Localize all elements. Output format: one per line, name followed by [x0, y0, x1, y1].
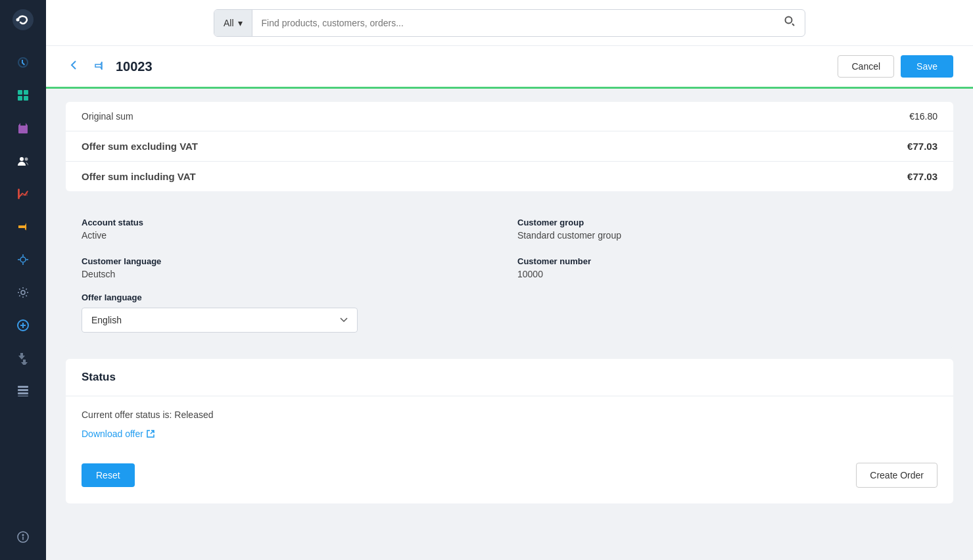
offer-language-label: Offer language: [82, 292, 937, 302]
sidebar-item-settings[interactable]: [9, 278, 37, 307]
sidebar-item-reports[interactable]: [9, 179, 37, 208]
customer-group-value: Standard customer group: [517, 230, 937, 241]
original-sum-label: Original sum: [82, 111, 133, 122]
topbar: All ▾: [46, 0, 973, 46]
sidebar-item-plugins[interactable]: [9, 344, 37, 373]
back-button[interactable]: [66, 57, 83, 77]
account-status-value: Active: [82, 230, 502, 241]
sidebar-item-integrations[interactable]: [9, 245, 37, 274]
sidebar-item-marketing[interactable]: [9, 212, 37, 241]
search-all-label: All: [224, 18, 234, 28]
header-actions: Cancel Save: [838, 55, 953, 78]
search-all-button[interactable]: All ▾: [214, 10, 252, 36]
sidebar-item-help[interactable]: [9, 523, 37, 551]
customer-number-value: 10000: [517, 269, 937, 279]
svg-point-17: [786, 17, 792, 24]
svg-rect-4: [18, 96, 22, 101]
language-select-wrapper: English Deutsch Français Español: [82, 308, 358, 333]
search-submit-button[interactable]: [774, 15, 805, 30]
summary-row-incl-vat: Offer sum including VAT €77.03: [66, 162, 953, 191]
account-status-field: Account status Active: [82, 218, 502, 241]
offer-language-section: Offer language English Deutsch Français …: [82, 292, 937, 333]
external-link-icon: [146, 429, 155, 438]
sidebar-item-add[interactable]: [9, 311, 37, 340]
download-link-text: Download offer: [82, 429, 143, 439]
status-card: Status Current offer status is: Released…: [66, 359, 953, 503]
svg-point-1: [16, 18, 20, 22]
save-button[interactable]: Save: [901, 55, 953, 78]
page-header-left: 10023: [66, 57, 153, 77]
sidebar-item-dashboard[interactable]: [9, 48, 37, 77]
status-title: Status: [82, 371, 116, 383]
app-logo[interactable]: [10, 7, 36, 33]
customer-info-section: Account status Active Customer group Sta…: [66, 202, 953, 348]
status-actions: Reset Create Order: [82, 463, 937, 488]
incl-vat-value: €77.03: [907, 171, 937, 182]
sidebar: [0, 0, 46, 560]
customer-number-field: Customer number 10000: [517, 256, 937, 279]
create-order-button[interactable]: Create Order: [856, 463, 937, 488]
sidebar-item-products[interactable]: [9, 81, 37, 110]
customer-info-card: Account status Active Customer group Sta…: [66, 202, 953, 348]
customer-language-value: Deutsch: [82, 269, 502, 279]
status-body: Current offer status is: Released Downlo…: [66, 396, 953, 503]
customer-number-label: Customer number: [517, 256, 937, 266]
search-input[interactable]: [252, 10, 774, 36]
svg-rect-13: [18, 392, 28, 394]
search-chevron-icon: ▾: [238, 18, 243, 28]
svg-rect-2: [18, 90, 22, 95]
summary-card: Original sum €16.80 Offer sum excluding …: [66, 102, 953, 191]
svg-rect-12: [18, 389, 28, 391]
account-status-label: Account status: [82, 218, 502, 227]
page-title: 10023: [116, 59, 153, 74]
incl-vat-label: Offer sum including VAT: [82, 171, 196, 182]
svg-rect-5: [24, 96, 28, 101]
customer-group-label: Customer group: [517, 218, 937, 227]
sidebar-item-grid1[interactable]: [9, 377, 37, 406]
status-text: Current offer status is: Released: [82, 409, 937, 420]
sidebar-item-orders[interactable]: [9, 114, 37, 143]
summary-row-excl-vat: Offer sum excluding VAT €77.03: [66, 131, 953, 162]
sidebar-item-customers[interactable]: [9, 147, 37, 175]
svg-rect-14: [18, 396, 28, 396]
page-header: 10023 Cancel Save: [46, 46, 973, 89]
svg-point-7: [25, 158, 28, 161]
main-area: All ▾ 10023 Cancel Save: [46, 0, 973, 560]
svg-rect-11: [18, 386, 28, 388]
original-sum-value: €16.80: [909, 111, 937, 122]
summary-row-original: Original sum €16.80: [66, 102, 953, 131]
svg-rect-3: [24, 90, 28, 95]
customer-info-grid: Account status Active Customer group Sta…: [82, 218, 937, 279]
download-link-wrapper: Download offer: [82, 428, 937, 452]
svg-point-6: [20, 157, 24, 161]
excl-vat-label: Offer sum excluding VAT: [82, 141, 198, 152]
excl-vat-value: €77.03: [907, 141, 937, 152]
svg-point-0: [12, 9, 34, 30]
download-offer-link[interactable]: Download offer: [82, 429, 155, 439]
svg-point-9: [21, 291, 25, 294]
customer-group-field: Customer group Standard customer group: [517, 218, 937, 241]
reset-button[interactable]: Reset: [82, 463, 135, 487]
svg-point-8: [20, 257, 26, 262]
customer-language-field: Customer language Deutsch: [82, 256, 502, 279]
search-container: All ▾: [214, 9, 805, 37]
announce-button[interactable]: [91, 57, 108, 76]
svg-point-16: [22, 534, 24, 536]
content-area: Original sum €16.80 Offer sum excluding …: [46, 89, 973, 560]
cancel-button[interactable]: Cancel: [838, 55, 894, 78]
offer-language-select[interactable]: English Deutsch Français Español: [82, 308, 358, 333]
customer-language-label: Customer language: [82, 256, 502, 266]
status-header: Status: [66, 359, 953, 396]
